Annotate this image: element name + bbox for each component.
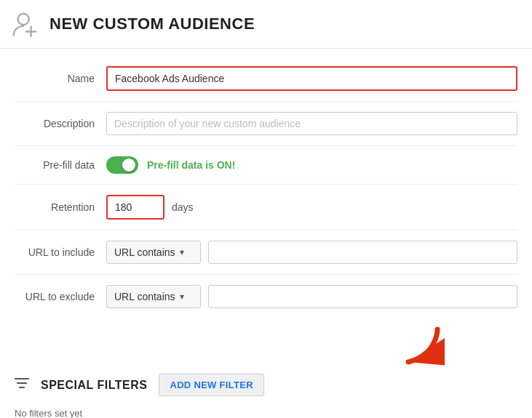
no-filters-text: No filters set yet [15,405,517,418]
url-exclude-label: URL to exclude [15,291,95,302]
url-exclude-control: URL contains ▾ [106,285,517,308]
prefill-label: Pre-fill data [15,159,95,171]
arrow-icon [386,326,445,369]
prefill-control: Pre-fill data is ON! [106,156,517,174]
page-title: NEW CUSTOM AUDIENCE [49,15,255,33]
url-include-input[interactable] [208,241,517,264]
filter-svg [15,377,29,390]
description-label: Description [15,118,95,129]
arrow-container [0,326,532,369]
description-row: Description [15,102,517,146]
url-exclude-dropdown-label: URL contains [114,291,175,302]
prefill-status-text: Pre-fill data is ON! [147,159,235,171]
url-exclude-dropdown[interactable]: URL contains ▾ [106,285,201,308]
svg-point-0 [18,14,29,25]
days-label: days [172,201,194,213]
prefill-row: Pre-fill data Pre-fill data is ON! [15,146,517,185]
filter-lines-icon [15,377,29,393]
url-include-dropdown-label: URL contains [114,246,175,258]
dropdown-arrow-icon-2: ▾ [180,292,184,302]
description-input[interactable] [106,112,517,135]
special-filters-header: SPECIAL FILTERS ADD NEW FILTER [15,374,517,396]
url-include-label: URL to include [15,246,95,258]
url-exclude-input[interactable] [208,285,517,308]
name-field-wrapper [106,66,517,91]
name-input[interactable] [106,66,517,91]
url-exclude-row: URL to exclude URL contains ▾ [15,275,517,318]
url-include-control: URL contains ▾ [106,241,517,264]
special-filters-title: SPECIAL FILTERS [41,379,147,392]
dropdown-arrow-icon: ▾ [180,247,184,257]
retention-row: Retention days [15,185,517,230]
name-label: Name [15,73,95,84]
page-header: NEW CUSTOM AUDIENCE [0,0,532,49]
name-row: Name [15,56,517,102]
url-exclude-input-group: URL contains ▾ [106,285,517,308]
special-filters-section: SPECIAL FILTERS ADD NEW FILTER No filter… [0,362,532,418]
person-add-icon [12,10,39,38]
retention-input[interactable] [106,195,164,220]
prefill-toggle[interactable] [106,156,138,174]
toggle-thumb [122,158,135,172]
retention-label: Retention [15,201,95,213]
retention-input-group: days [106,195,517,220]
form-body: Name Description Pre-fill data Pre-fill … [0,49,532,326]
add-new-filter-button[interactable]: ADD NEW FILTER [159,374,263,396]
url-include-dropdown[interactable]: URL contains ▾ [106,241,201,264]
description-field-wrapper [106,112,517,135]
url-include-row: URL to include URL contains ▾ [15,230,517,275]
retention-control: days [106,195,517,220]
url-include-input-group: URL contains ▾ [106,241,517,264]
